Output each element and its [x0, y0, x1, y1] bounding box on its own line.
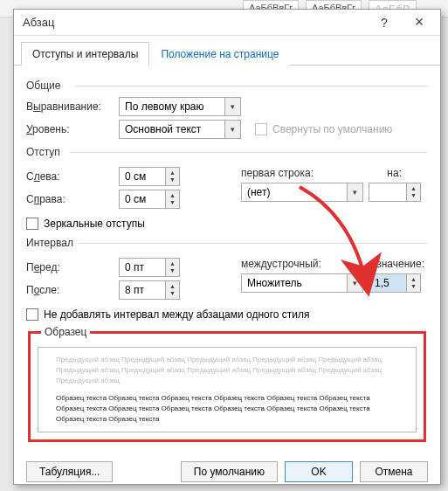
level-select[interactable]: Основной текст ▾: [119, 120, 241, 139]
tabs-button[interactable]: Табуляция...: [26, 461, 113, 482]
spinner-icon: ▲▼: [165, 259, 179, 276]
sample-preview: Предыдущий абзац Предыдущий абзац Предыд…: [38, 347, 417, 432]
sample-legend: Образец: [41, 326, 90, 338]
no-add-space-label: Не добавлять интервал между абзацами одн…: [44, 308, 310, 321]
spacing-before-label: Перед:: [26, 261, 114, 273]
tab-position[interactable]: Положение на странице: [149, 42, 290, 66]
tab-indents[interactable]: Отступы и интервалы: [21, 42, 149, 66]
indent-left-input[interactable]: 0 см ▲▼: [119, 167, 180, 186]
line-spacing-select[interactable]: Множитель ▾: [241, 273, 363, 293]
indent-right-label: Справа:: [26, 193, 114, 205]
dialog-title: Абзац: [23, 16, 367, 29]
spacing-value-label: значение:: [376, 258, 424, 270]
chevron-down-icon: ▾: [224, 98, 240, 115]
dialog-body: Общие Выравнивание: По левому краю ▾ Уро…: [14, 66, 440, 453]
level-label: Уровень:: [26, 123, 114, 135]
line-spacing-label: междустрочный:: [241, 258, 321, 270]
spinner-icon: ▲▼: [406, 274, 420, 292]
alignment-select[interactable]: По левому краю ▾: [119, 97, 241, 116]
mirror-indents-label: Зеркальные отступы: [44, 218, 145, 230]
collapse-checkbox: [255, 123, 267, 135]
spacing-before-input[interactable]: 0 пт ▲▼: [119, 258, 180, 277]
mirror-indents-checkbox[interactable]: [26, 218, 38, 230]
section-spacing: Интервал: [26, 237, 428, 249]
indent-on-label: на:: [387, 167, 402, 179]
spinner-icon: ▲▼: [165, 281, 179, 299]
sample-prev-text: Предыдущий абзац Предыдущий абзац Предыд…: [56, 355, 398, 386]
spinner-icon: ▲▼: [165, 190, 179, 208]
spinner-icon: ▲▼: [165, 168, 179, 185]
chevron-down-icon: ▾: [224, 121, 240, 138]
spinner-icon: ▲▼: [406, 183, 420, 201]
help-button[interactable]: ?: [367, 11, 402, 34]
alignment-label: Выравнивание:: [26, 100, 114, 113]
button-row: Табуляция... По умолчанию OK Отмена: [14, 453, 440, 491]
cancel-button[interactable]: Отмена: [360, 461, 428, 482]
paragraph-dialog: Абзац ? × Отступы и интервалы Положение …: [13, 9, 441, 485]
indent-on-input[interactable]: ▲▼: [369, 183, 421, 202]
close-button[interactable]: ×: [402, 11, 437, 34]
spacing-after-label: После:: [26, 284, 114, 296]
collapse-label: Свернуты по умолчанию: [272, 123, 392, 135]
indent-right-input[interactable]: 0 см ▲▼: [119, 190, 180, 209]
titlebar: Абзац ? ×: [14, 10, 440, 36]
sample-fieldset: Образец Предыдущий абзац Предыдущий абза…: [28, 326, 426, 442]
first-line-label: первая строка:: [241, 167, 314, 179]
first-line-select[interactable]: (нет) ▾: [241, 183, 363, 202]
section-general: Общие: [26, 80, 428, 92]
ok-button[interactable]: OK: [285, 461, 353, 482]
indent-left-label: Слева:: [26, 170, 114, 183]
chevron-down-icon: ▾: [347, 183, 362, 201]
spacing-after-input[interactable]: 8 пт ▲▼: [119, 280, 180, 300]
default-button[interactable]: По умолчанию: [181, 461, 278, 482]
no-add-space-checkbox[interactable]: [26, 308, 38, 321]
chevron-down-icon: ▾: [347, 274, 362, 292]
section-indent: Отступ: [26, 146, 428, 158]
spacing-value-input[interactable]: 1,5 ▲▼: [369, 273, 421, 293]
tab-strip: Отступы и интервалы Положение на страниц…: [14, 36, 440, 66]
sample-current-text: Образец текста Образец текста Образец те…: [56, 393, 398, 425]
